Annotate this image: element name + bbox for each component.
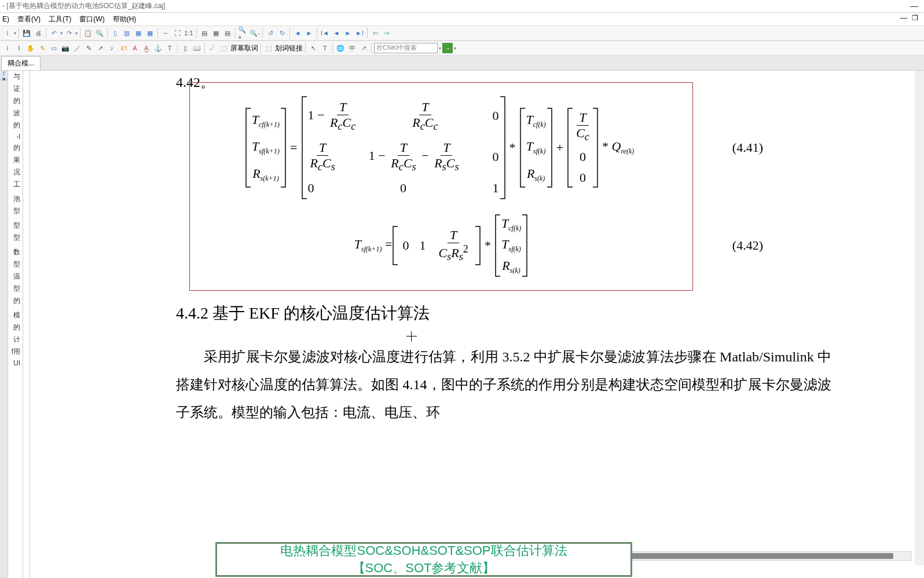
actual-size-icon[interactable]: 1:1 — [184, 28, 194, 38]
cnki-search-input[interactable]: 在CNKI中搜索 — [374, 43, 438, 53]
lang-icon[interactable]: 中 — [347, 43, 357, 53]
outline-item[interactable]: 温 — [8, 270, 23, 283]
outline-item[interactable]: 池 — [8, 193, 23, 205]
print-icon[interactable]: 🖨 — [33, 28, 43, 38]
text-a2-icon[interactable]: A̲ — [141, 43, 152, 53]
filter-icon[interactable]: ☄ — [207, 43, 218, 53]
panel-bar[interactable]: ⁞ ✕ — [0, 71, 8, 578]
fit-width-icon[interactable]: ↔ — [160, 28, 171, 38]
cursor-icon[interactable]: ↖ — [308, 43, 318, 53]
vertical-scrollbar[interactable] — [915, 71, 924, 565]
outline-item[interactable]: 型 — [8, 283, 23, 295]
outline-item[interactable]: 的 — [8, 321, 23, 334]
outline-item[interactable]: 与 — [8, 71, 23, 83]
outline-item[interactable]: 数 — [8, 246, 23, 258]
page-icon[interactable]: ▯ — [180, 43, 190, 53]
book-icon[interactable]: 📖 — [192, 43, 202, 53]
outline-item[interactable]: 型 — [8, 232, 23, 244]
window-title: - [基于电热耦合模型的动力电池SOC估算_赵建峰.caj] — [2, 1, 165, 11]
columns-icon[interactable]: ▤ — [199, 28, 210, 38]
link-toggle-icon[interactable]: ⬚ — [263, 43, 274, 53]
zoom-out-icon[interactable]: 🔍- — [250, 28, 260, 38]
hand-tool-icon[interactable]: ✋ — [25, 43, 36, 53]
text-a-icon[interactable]: A — [130, 43, 140, 53]
mdi-minimize-icon[interactable]: — — [900, 14, 907, 22]
menu-view[interactable]: 查看(V) — [17, 14, 41, 24]
continuous-page-icon[interactable]: ▥ — [122, 28, 132, 38]
word-link-label[interactable]: 划词链接 — [275, 43, 303, 53]
menu-window[interactable]: 窗口(W) — [79, 14, 104, 24]
outline-item[interactable]: 波 — [8, 107, 23, 119]
outline-item[interactable]: 模 — [8, 309, 23, 321]
outline-item[interactable]: 的 — [8, 95, 23, 107]
undo-icon[interactable]: ↶ — [49, 28, 59, 38]
outline-item[interactable]: 工 — [8, 178, 23, 191]
title-bar: - [基于电热耦合模型的动力电池SOC估算_赵建峰.caj] — — [0, 0, 924, 13]
menu-edit[interactable]: E) — [2, 15, 9, 23]
dropdown-icon[interactable]: ▾ — [14, 31, 16, 36]
prev-page-icon[interactable]: ◄ — [331, 28, 342, 38]
outline-item[interactable]: UI — [8, 358, 23, 368]
copy-icon[interactable]: 📋 — [83, 28, 93, 38]
outline-item[interactable]: 果 — [8, 154, 23, 166]
menu-help[interactable]: 帮助(H) — [113, 14, 137, 24]
line-icon[interactable]: ／ — [72, 43, 82, 53]
toolbar-handle-icon[interactable]: ⁞ — [2, 28, 13, 38]
text-icon2[interactable]: T — [164, 43, 175, 53]
outline-item[interactable]: 的 — [8, 119, 23, 131]
next-page-icon[interactable]: ► — [343, 28, 353, 38]
single-page-icon[interactable]: ▯ — [110, 28, 120, 38]
select-text-icon[interactable]: I — [14, 43, 24, 53]
outline-item[interactable]: 的 — [8, 295, 23, 307]
outline-item[interactable]: 型 — [8, 220, 23, 232]
forward-icon[interactable]: ► — [304, 28, 314, 38]
note-icon[interactable]: ✎ — [83, 43, 94, 53]
screen-capture-label[interactable]: 屏幕取词 — [230, 43, 258, 53]
camera-icon[interactable]: 📷 — [60, 43, 71, 53]
search-go-button[interactable]: → — [442, 43, 453, 53]
pin-icon[interactable]: ⁞ ✕ — [0, 71, 8, 80]
zoom-in-icon[interactable]: 🔍+ — [238, 28, 248, 38]
anchor-icon[interactable]: ⚓ — [153, 43, 163, 53]
rotate-right-icon[interactable]: ↻ — [277, 28, 287, 38]
outline-item[interactable]: 型 — [8, 205, 23, 217]
first-page-icon[interactable]: I◄ — [320, 28, 330, 38]
find-icon[interactable]: 🔍 — [94, 28, 105, 38]
pencil-icon[interactable]: ✎ — [37, 43, 47, 53]
toolbar-annotation: ⁞ I ✋ ✎ ▭ 📷 ／ ✎ ↗ ♪ 🏷 A A̲ ⚓ T ▯ 📖 ☄ ⬚ 屏… — [0, 41, 924, 56]
outline-icon[interactable]: ▤ — [222, 28, 233, 38]
redo-icon[interactable]: ↷ — [64, 28, 74, 38]
highlight-icon[interactable]: ▭ — [49, 43, 59, 53]
rotate-left-icon[interactable]: ↺ — [265, 28, 276, 38]
outline-panel[interactable]: 与证的波的-l的果况工池型型型数型温型的模的计f用UI — [8, 71, 23, 578]
globe-icon[interactable]: 🌐 — [335, 43, 346, 53]
thumbnail-icon[interactable]: ▦ — [211, 28, 221, 38]
document-tab[interactable]: 耦合模... — [1, 56, 41, 70]
menu-tools[interactable]: 工具(T) — [49, 14, 71, 24]
nav-back-icon[interactable]: ⇦ — [370, 28, 380, 38]
outline-item[interactable]: -l — [8, 131, 23, 142]
back-icon[interactable]: ◄ — [292, 28, 303, 38]
dict-toggle-icon[interactable]: ⬚ — [219, 43, 229, 53]
continuous-facing-icon[interactable]: ▦ — [145, 28, 155, 38]
fit-page-icon[interactable]: ⛶ — [172, 28, 182, 38]
outline-item[interactable]: 况 — [8, 166, 23, 178]
outline-item[interactable]: 的 — [8, 142, 23, 154]
outline-item[interactable]: f用 — [8, 346, 23, 358]
outline-item[interactable]: 型 — [8, 258, 23, 270]
mdi-restore-icon[interactable]: ❐ — [912, 14, 918, 22]
nav-forward-icon[interactable]: ⇨ — [382, 28, 392, 38]
tag-icon[interactable]: 🏷 — [118, 43, 129, 53]
outline-item[interactable]: 计 — [8, 334, 23, 346]
section-heading-442: 4.4.2 基于 EKF 的核心温度估计算法 — [176, 302, 430, 324]
facing-page-icon[interactable]: ▦ — [133, 28, 144, 38]
music-icon[interactable]: ♪ — [107, 43, 117, 53]
save-icon[interactable]: 💾 — [21, 28, 32, 38]
text-select-icon[interactable]: T — [320, 43, 330, 53]
toolbar-handle-icon[interactable]: ⁞ — [2, 43, 13, 53]
export-icon[interactable]: ↗ — [358, 43, 369, 53]
last-page-icon[interactable]: ►I — [354, 28, 365, 38]
outline-item[interactable]: 证 — [8, 83, 23, 95]
minimize-icon[interactable]: — — [910, 1, 918, 10]
arrow-icon[interactable]: ↗ — [95, 43, 105, 53]
